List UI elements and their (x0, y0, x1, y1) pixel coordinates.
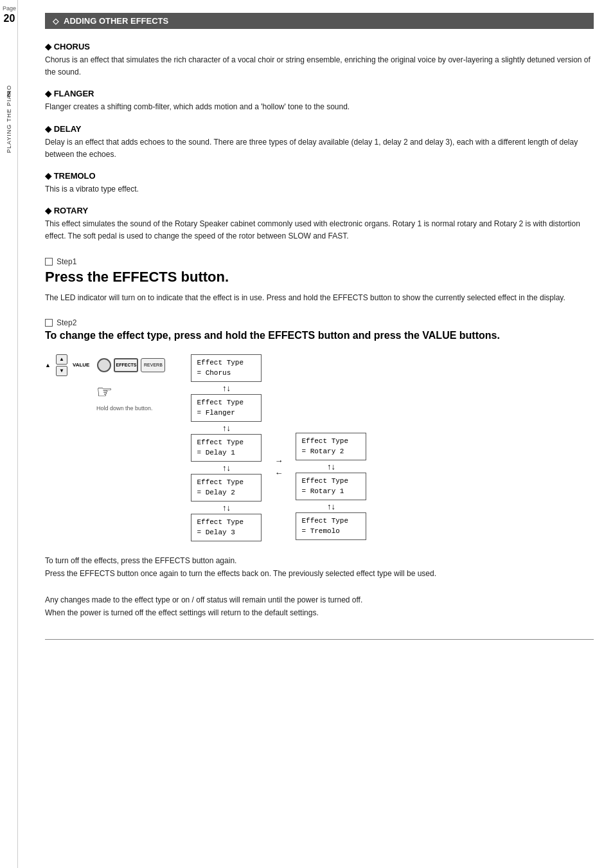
flanger-title: FLANGER (45, 89, 594, 98)
side-tab: Page 20 2 PLAYING THE PIANO (0, 0, 18, 868)
button-panel: ▲ ▲ ▼ VALUE EFFECTS REVERB ☞ Hold down t… (45, 354, 165, 411)
step2-label: Step2 (45, 318, 594, 327)
arrow-6: ↑↓ (327, 502, 335, 511)
arrow-4: ↑↓ (222, 503, 231, 512)
effect-box-chorus: Effect Type= Chorus (191, 354, 262, 382)
effect-box-delay2: Effect Type= Delay 2 (191, 474, 262, 502)
arrow-3: ↑↓ (222, 464, 231, 472)
rotary-block: ROTARY This effect simulates the sound o… (45, 206, 594, 242)
step1-checkbox (45, 258, 53, 266)
tremolo-desc: This is a vibrato type effect. (45, 183, 594, 195)
tremolo-block: TREMOLO This is a vibrato type effect. (45, 171, 594, 195)
flanger-desc: Flanger creates a shifting comb-filter, … (45, 101, 594, 113)
reverb-button[interactable]: REVERB (141, 358, 165, 372)
main-content: ◇ ADDING OTHER EFFECTS CHORUS Chorus is … (26, 0, 613, 659)
diamond-icon: ◇ (53, 17, 58, 26)
tremolo-title: TREMOLO (45, 171, 594, 181)
note-3: Any changes made to the effect type or o… (45, 593, 594, 606)
step1-heading: Press the EFFECTS button. (45, 269, 594, 285)
step1-block: Step1 Press the EFFECTS button. The LED … (45, 257, 594, 304)
flanger-block: FLANGER Flanger creates a shifting comb-… (45, 89, 594, 113)
side-arrows: → ← (274, 354, 283, 541)
arrow-right: → (274, 456, 283, 466)
rotary-desc: This effect simulates the sound of the R… (45, 218, 594, 242)
round-btn-1 (97, 358, 111, 372)
chorus-desc: Chorus is an effect that simulates the r… (45, 54, 594, 78)
value-up-btn[interactable]: ▲ (56, 354, 67, 365)
note-1: To turn off the effects, press the EFFEC… (45, 554, 594, 567)
value-label: ▲ (45, 362, 51, 368)
step2-heading: To change the effect type, press and hol… (45, 330, 594, 341)
step2-block: Step2 To change the effect type, press a… (45, 318, 594, 341)
hold-text: Hold down the button. (96, 405, 165, 411)
page-label: Page 20 (3, 5, 16, 24)
note-2: Press the EFFECTS button once again to t… (45, 567, 594, 580)
arrow-1: ↑↓ (222, 384, 231, 392)
arrow-left: ← (274, 468, 283, 478)
button-row-value: ▲ ▲ ▼ VALUE EFFECTS REVERB (45, 354, 165, 376)
arrow-2: ↑↓ (222, 424, 231, 432)
step2-checkbox (45, 319, 53, 327)
effect-box-delay3: Effect Type= Delay 3 (191, 514, 262, 541)
effect-box-delay1: Effect Type= Delay 1 (191, 434, 262, 462)
rotary-title: ROTARY (45, 206, 594, 215)
section-title: ADDING OTHER EFFECTS (64, 16, 168, 26)
effect-box-tremolo: Effect Type= Tremolo (296, 512, 366, 540)
value-down-btn[interactable]: ▼ (56, 366, 67, 376)
delay-title: DELAY (45, 124, 594, 134)
flow-left-column: Effect Type= Chorus ↑↓ Effect Type= Flan… (191, 354, 262, 541)
section-header: ◇ ADDING OTHER EFFECTS (45, 13, 594, 29)
flow-right-column: Effect Type= Rotary 2 ↑↓ Effect Type= Ro… (296, 354, 366, 541)
page-number: 20 (3, 12, 16, 24)
note-4: When the power is turned off the effect … (45, 606, 594, 619)
vertical-label: PLAYING THE PIANO (6, 55, 12, 183)
hand-illustration: ☞ Hold down the button. (96, 381, 165, 411)
effect-box-rotary2: Effect Type= Rotary 2 (296, 433, 366, 460)
delay-block: DELAY Delay is an effect that adds echoe… (45, 124, 594, 161)
step1-desc: The LED indicator will turn on to indica… (45, 292, 594, 304)
bottom-divider (45, 639, 594, 640)
effects-button[interactable]: EFFECTS (114, 358, 138, 372)
diagram-area: ▲ ▲ ▼ VALUE EFFECTS REVERB ☞ Hold down t… (45, 354, 594, 541)
value-label-text: VALUE (73, 362, 90, 368)
chorus-title: CHORUS (45, 42, 594, 51)
delay-desc: Delay is an effect that adds echoes to t… (45, 136, 594, 161)
effect-box-flanger: Effect Type= Flanger (191, 394, 262, 422)
hand-icon: ☞ (96, 381, 165, 402)
page-text: Page (3, 5, 16, 12)
effect-box-rotary1: Effect Type= Rotary 1 (296, 473, 366, 500)
chorus-block: CHORUS Chorus is an effect that simulate… (45, 42, 594, 78)
effect-flow: Effect Type= Chorus ↑↓ Effect Type= Flan… (191, 354, 594, 541)
arrow-5: ↑↓ (327, 462, 335, 471)
step1-label: Step1 (45, 257, 594, 266)
notes-section: To turn off the effects, press the EFFEC… (45, 554, 594, 620)
